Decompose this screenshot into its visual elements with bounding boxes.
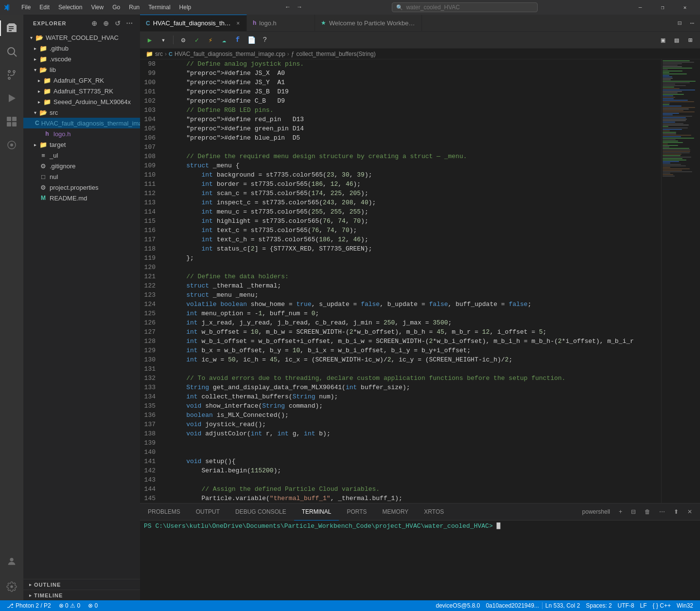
tree-item-8[interactable]: CHVAC_fault_diagnosis_thermal_image.cpp [23,118,140,128]
help-button[interactable]: ? [259,34,271,46]
tree-label-5: Adafruit_ST7735_RK [53,88,113,95]
close-button[interactable]: ✕ [674,0,696,15]
line-num-124: 124 [140,300,161,309]
remote-indicator[interactable]: ⎇ Photon 2 / P2 [4,600,54,611]
tree-item-11[interactable]: ≡_ul [23,150,140,161]
tree-item-1[interactable]: ▸📁.github [23,43,140,54]
dropdown-button[interactable]: ▾ [158,34,169,46]
close-panel-button[interactable]: ✕ [683,507,696,516]
layout-1-button[interactable]: ▣ [657,34,669,46]
minimap-line-10 [663,75,669,76]
facebook-button[interactable]: f [232,34,244,46]
search-input[interactable] [406,4,533,11]
configure-button[interactable]: ⚙ [177,34,189,46]
menu-view[interactable]: View [87,3,107,12]
activity-search[interactable] [0,40,23,63]
menu-selection[interactable]: Selection [54,3,86,12]
layout-2-button[interactable]: ▤ [671,34,682,46]
problems-indicator[interactable]: ⊗ 0 [85,600,101,611]
menu-go[interactable]: Go [108,3,124,12]
device-id-indicator[interactable]: 0a10aced2021949... [483,600,542,611]
docs-button[interactable]: 📄 [245,34,257,46]
layout-3-button[interactable]: ⊞ [684,34,696,46]
tree-item-15[interactable]: MREADME.md [23,193,140,203]
activity-run-debug[interactable] [0,87,23,110]
language-indicator[interactable]: { } C++ [650,600,674,611]
platform-indicator[interactable]: Win32 [674,600,696,611]
menu-terminal[interactable]: Terminal [144,3,174,12]
code-line-110: int background = st7735.color565(23, 30,… [171,170,661,180]
breadcrumb-src[interactable]: 📁 src [146,51,163,57]
menu-help[interactable]: Help [175,3,195,12]
more-actions-button[interactable]: ⋯ [686,17,698,29]
collapse-all-button[interactable]: ⋯ [124,18,134,28]
tab-close-0[interactable]: × [235,19,241,27]
terminal-content[interactable]: PS C:\Users\kutlu\OneDrive\Documents\Par… [140,521,700,600]
line-col-indicator[interactable]: Ln 533, Col 2 [542,600,583,611]
tree-item-4[interactable]: ▸📁Adafruit_GFX_RK [23,75,140,86]
tree-item-13[interactable]: □nul [23,171,140,182]
activity-extensions[interactable] [0,110,23,133]
minimize-button[interactable]: — [629,0,651,15]
panel-tab-2[interactable]: DEBUG CONSOLE [228,503,294,521]
sidebar-timeline-panel[interactable]: ▸ TIMELINE [23,590,140,600]
new-file-button[interactable]: ⊕ [89,18,99,28]
panel-tab-3[interactable]: TERMINAL [294,503,339,521]
spaces-indicator[interactable]: Spaces: 2 [583,600,614,611]
maximize-panel-button[interactable]: ⬆ [670,507,682,516]
maximize-button[interactable]: ❐ [651,0,674,15]
menu-file[interactable]: File [18,3,35,12]
refresh-button[interactable]: ↺ [113,18,122,28]
nav-back-button[interactable]: ← [282,2,293,13]
eol-indicator[interactable]: LF [637,600,650,611]
device-os-indicator[interactable]: deviceOS@5.8.0 [433,600,483,611]
compile-button[interactable]: ✓ [191,34,203,46]
tree-item-10[interactable]: ▸📁target [23,139,140,150]
activity-account[interactable] [0,550,23,573]
tree-item-7[interactable]: ▾📂src [23,107,140,118]
tree-item-9[interactable]: hlogo.h [23,128,140,139]
nav-forward-button[interactable]: → [294,2,305,13]
menu-run[interactable]: Run [125,3,143,12]
code-content[interactable]: // Define analog joystick pins. "preproc… [165,59,661,503]
tree-item-2[interactable]: ▸📁.vscode [23,54,140,64]
cloud-flash-button[interactable]: ☁ [218,34,230,46]
panel-tab-1[interactable]: OUTPUT [188,503,228,521]
menu-edit[interactable]: Edit [35,3,53,12]
panel-tab-4[interactable]: PORTS [339,503,374,521]
errors-indicator[interactable]: ⊗ 0 ⚠ 0 [56,600,83,611]
tab-logo-tab[interactable]: hlogo.h [247,15,315,31]
tree-item-12[interactable]: ⚙.gitignore [23,161,140,171]
breadcrumb-function[interactable]: ƒ collect_thermal_buffers(String) [291,51,376,57]
flash-button[interactable]: ⚡ [205,34,216,46]
encoding-indicator[interactable]: UTF-8 [615,600,637,611]
tree-item-5[interactable]: ▸📁Adafruit_ST7735_RK [23,86,140,96]
tree-item-6[interactable]: ▸📁Seeed_Arduino_MLX9064x [23,96,140,107]
breadcrumb-file[interactable]: C HVAC_fault_diagnosis_thermal_image.cpp [169,51,285,57]
code-line-130: int ic_w = 50, ic_h = 45, ic_x = (SCREEN… [171,355,661,364]
sidebar-outline-panel[interactable]: ▸ OUTLINE [23,579,140,590]
panel-tab-5[interactable]: MEMORY [375,503,417,521]
activity-particle[interactable] [0,133,23,157]
tree-item-14[interactable]: ⚙project.properties [23,182,140,193]
activity-settings[interactable] [0,575,23,598]
panel-tab-6[interactable]: XRTOS [416,503,452,521]
tree-item-3[interactable]: ▾📂lib [23,64,140,75]
minimap[interactable] [661,59,700,503]
activity-explorer[interactable] [0,17,23,40]
new-folder-button[interactable]: ⊕ [101,18,111,28]
tab-welcome-tab[interactable]: ★Welcome to Particle Workbench [315,15,422,31]
play-button[interactable]: ▶ [144,34,156,46]
tree-item-0[interactable]: ▾📂WATER_COOLED_HVAC [23,32,140,43]
activity-source-control[interactable] [0,63,23,87]
panel-tab-list: PROBLEMSOUTPUTDEBUG CONSOLETERMINALPORTS… [140,503,452,521]
add-terminal-button[interactable]: + [615,507,626,516]
tab-cpp-tab[interactable]: CHVAC_fault_diagnosis_thermal_image.cpp× [140,15,247,31]
title-search[interactable]: 🔍 [392,2,538,12]
line-num-107: 107 [140,143,161,152]
panel-tab-0[interactable]: PROBLEMS [140,503,188,521]
kill-terminal-button[interactable]: 🗑 [641,507,654,516]
split-editor-button[interactable]: ⊟ [674,17,685,29]
split-terminal-button[interactable]: ⊟ [627,507,640,516]
more-terminal-button[interactable]: ⋯ [655,507,669,516]
